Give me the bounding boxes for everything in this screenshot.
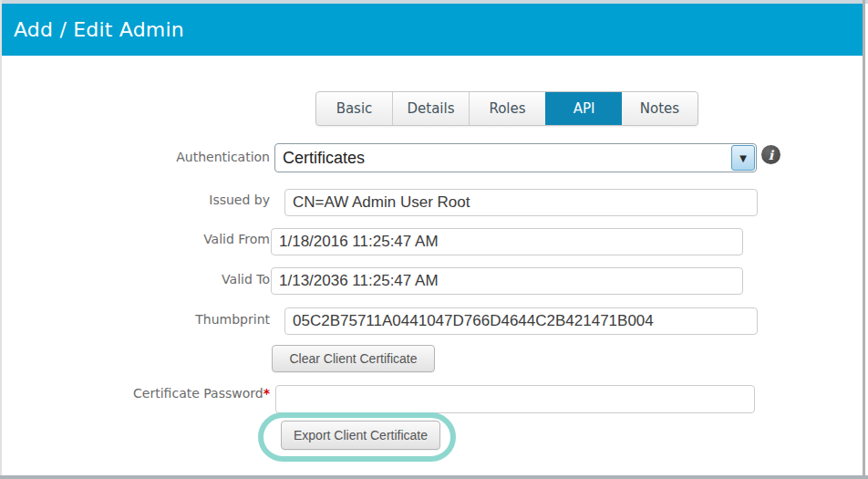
chevron-down-icon[interactable]: ▼ bbox=[731, 145, 755, 171]
valid-from-field[interactable] bbox=[271, 228, 743, 255]
export-client-certificate-button[interactable]: Export Client Certificate bbox=[281, 421, 440, 450]
info-icon[interactable]: i bbox=[761, 145, 780, 164]
clear-client-certificate-button[interactable]: Clear Client Certificate bbox=[272, 345, 435, 372]
certificate-password-label: Certificate Password* bbox=[133, 386, 270, 401]
tab-notes[interactable]: Notes bbox=[622, 92, 698, 125]
valid-from-label: Valid From bbox=[203, 232, 270, 246]
window-right-edge bbox=[863, 0, 865, 479]
dialog-header: Add / Edit Admin bbox=[2, 4, 863, 56]
tab-bar: Basic Details Roles API Notes bbox=[315, 91, 698, 126]
thumbprint-label: Thumbprint bbox=[195, 312, 270, 327]
tab-details[interactable]: Details bbox=[392, 92, 469, 125]
page-title: Add / Edit Admin bbox=[2, 18, 184, 41]
certificate-password-field[interactable] bbox=[275, 385, 755, 413]
valid-to-field[interactable] bbox=[271, 267, 743, 295]
thumbprint-field[interactable] bbox=[284, 307, 758, 335]
certificate-password-label-text: Certificate Password bbox=[133, 386, 264, 401]
authentication-selected-value: Certificates bbox=[275, 149, 731, 168]
tab-api[interactable]: API bbox=[545, 92, 622, 125]
tab-basic[interactable]: Basic bbox=[316, 92, 392, 125]
issued-by-label: Issued by bbox=[209, 193, 270, 207]
valid-to-label: Valid To bbox=[222, 272, 270, 286]
required-asterisk: * bbox=[264, 386, 270, 401]
authentication-label: Authentication bbox=[176, 150, 270, 164]
add-edit-admin-dialog: Add / Edit Admin Basic Details Roles API… bbox=[0, 0, 868, 479]
window-left-edge bbox=[0, 0, 2, 479]
tab-roles[interactable]: Roles bbox=[469, 92, 545, 125]
issued-by-field[interactable] bbox=[284, 189, 758, 216]
authentication-select[interactable]: Certificates ▼ bbox=[274, 143, 757, 172]
window-bottom-edge bbox=[0, 475, 868, 479]
